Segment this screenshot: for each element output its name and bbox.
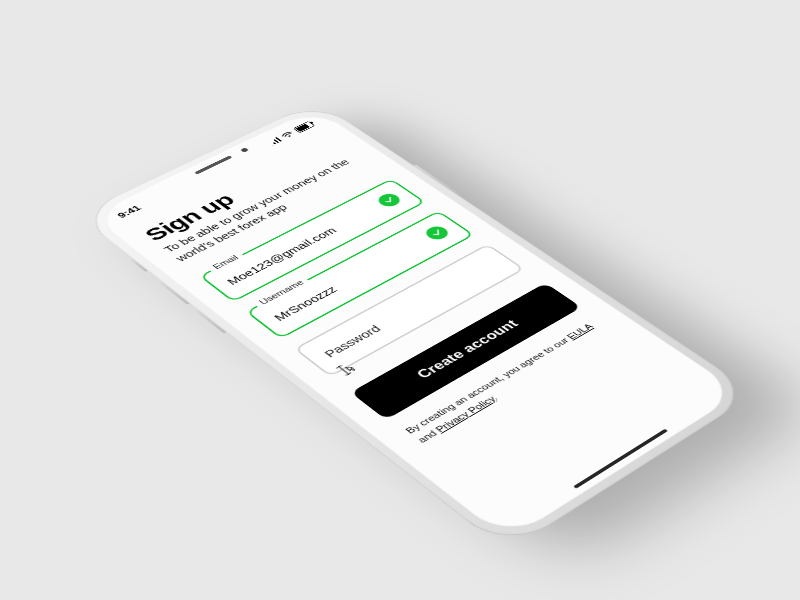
eula-link[interactable]: EULA (564, 322, 594, 340)
wifi-icon (280, 131, 296, 140)
status-time: 9:41 (114, 203, 143, 219)
cursor-icon (333, 361, 359, 378)
phone-mockup: 9:41 Sign up (76, 101, 756, 552)
battery-icon (292, 121, 314, 133)
